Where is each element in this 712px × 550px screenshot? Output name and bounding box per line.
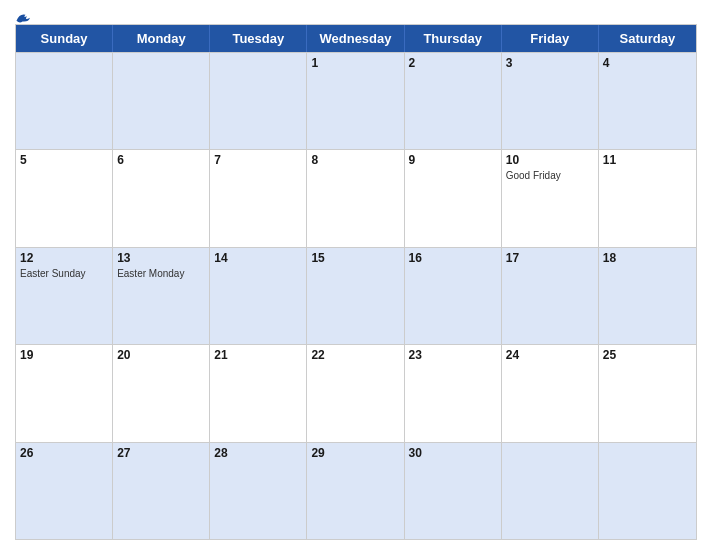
cell-date: 25 <box>603 348 692 362</box>
calendar-cell: 6 <box>113 150 210 246</box>
calendar-cell: 3 <box>502 53 599 149</box>
calendar-cell: 16 <box>405 248 502 344</box>
cell-date: 11 <box>603 153 692 167</box>
cell-date: 9 <box>409 153 497 167</box>
logo <box>15 10 35 24</box>
day-header-saturday: Saturday <box>599 25 696 52</box>
logo-blue-text <box>15 10 35 24</box>
header <box>15 10 697 18</box>
cell-date: 20 <box>117 348 205 362</box>
calendar-cell: 12Easter Sunday <box>16 248 113 344</box>
calendar-week-1: 1234 <box>16 52 696 149</box>
calendar-cell <box>210 53 307 149</box>
cell-event: Easter Monday <box>117 267 205 280</box>
calendar-cell: 23 <box>405 345 502 441</box>
cell-date: 28 <box>214 446 302 460</box>
day-header-monday: Monday <box>113 25 210 52</box>
calendar-cell: 9 <box>405 150 502 246</box>
calendar-week-3: 12Easter Sunday13Easter Monday1415161718 <box>16 247 696 344</box>
calendar-header: SundayMondayTuesdayWednesdayThursdayFrid… <box>16 25 696 52</box>
calendar-cell: 11 <box>599 150 696 246</box>
calendar-cell: 5 <box>16 150 113 246</box>
calendar-cell: 25 <box>599 345 696 441</box>
calendar-cell: 4 <box>599 53 696 149</box>
calendar-week-5: 2627282930 <box>16 442 696 539</box>
calendar-cell: 1 <box>307 53 404 149</box>
cell-event: Good Friday <box>506 169 594 182</box>
day-header-friday: Friday <box>502 25 599 52</box>
calendar-cell: 20 <box>113 345 210 441</box>
cell-date: 22 <box>311 348 399 362</box>
calendar-cell: 15 <box>307 248 404 344</box>
calendar-week-2: 5678910Good Friday11 <box>16 149 696 246</box>
cell-date: 12 <box>20 251 108 265</box>
calendar-cell: 22 <box>307 345 404 441</box>
cell-date: 29 <box>311 446 399 460</box>
cell-date: 1 <box>311 56 399 70</box>
cell-date: 4 <box>603 56 692 70</box>
calendar-cell: 8 <box>307 150 404 246</box>
calendar-cell: 29 <box>307 443 404 539</box>
page: SundayMondayTuesdayWednesdayThursdayFrid… <box>0 0 712 550</box>
cell-date: 17 <box>506 251 594 265</box>
calendar-cell: 14 <box>210 248 307 344</box>
cell-date: 7 <box>214 153 302 167</box>
calendar-cell: 10Good Friday <box>502 150 599 246</box>
calendar: SundayMondayTuesdayWednesdayThursdayFrid… <box>15 24 697 540</box>
calendar-cell: 7 <box>210 150 307 246</box>
calendar-cell <box>113 53 210 149</box>
calendar-cell: 21 <box>210 345 307 441</box>
cell-date: 14 <box>214 251 302 265</box>
day-header-thursday: Thursday <box>405 25 502 52</box>
cell-date: 19 <box>20 348 108 362</box>
calendar-cell: 30 <box>405 443 502 539</box>
cell-date: 18 <box>603 251 692 265</box>
calendar-body: 12345678910Good Friday1112Easter Sunday1… <box>16 52 696 539</box>
calendar-cell <box>502 443 599 539</box>
calendar-cell: 19 <box>16 345 113 441</box>
cell-date: 24 <box>506 348 594 362</box>
cell-date: 5 <box>20 153 108 167</box>
calendar-cell: 28 <box>210 443 307 539</box>
cell-date: 23 <box>409 348 497 362</box>
cell-date: 13 <box>117 251 205 265</box>
calendar-cell: 24 <box>502 345 599 441</box>
day-header-sunday: Sunday <box>16 25 113 52</box>
day-header-wednesday: Wednesday <box>307 25 404 52</box>
calendar-cell: 27 <box>113 443 210 539</box>
cell-date: 3 <box>506 56 594 70</box>
cell-date: 15 <box>311 251 399 265</box>
cell-date: 6 <box>117 153 205 167</box>
cell-date: 27 <box>117 446 205 460</box>
calendar-week-4: 19202122232425 <box>16 344 696 441</box>
cell-event: Easter Sunday <box>20 267 108 280</box>
cell-date: 21 <box>214 348 302 362</box>
calendar-cell: 17 <box>502 248 599 344</box>
calendar-cell <box>16 53 113 149</box>
calendar-cell: 26 <box>16 443 113 539</box>
cell-date: 30 <box>409 446 497 460</box>
calendar-cell: 2 <box>405 53 502 149</box>
cell-date: 10 <box>506 153 594 167</box>
calendar-cell <box>599 443 696 539</box>
calendar-cell: 13Easter Monday <box>113 248 210 344</box>
day-header-tuesday: Tuesday <box>210 25 307 52</box>
cell-date: 2 <box>409 56 497 70</box>
logo-bird-icon <box>15 10 33 24</box>
cell-date: 16 <box>409 251 497 265</box>
cell-date: 8 <box>311 153 399 167</box>
calendar-cell: 18 <box>599 248 696 344</box>
cell-date: 26 <box>20 446 108 460</box>
